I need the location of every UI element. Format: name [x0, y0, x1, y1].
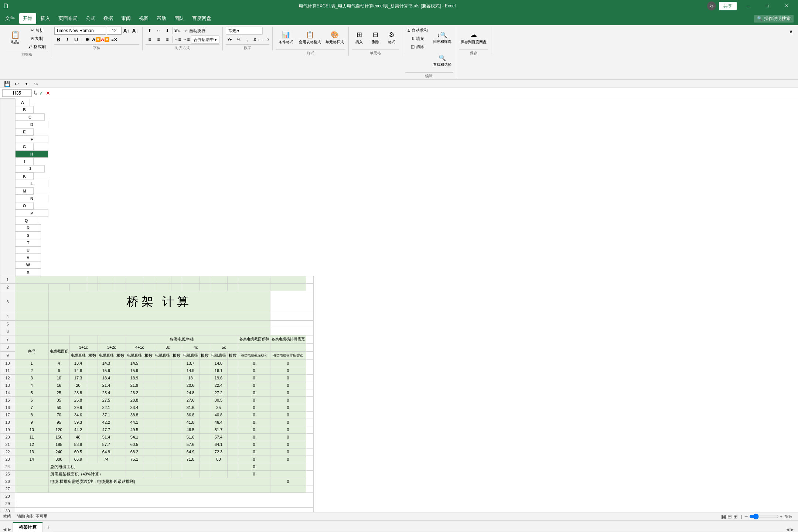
col-header-l[interactable]: L: [15, 180, 48, 187]
cell-o1[interactable]: [238, 276, 270, 283]
menu-insert[interactable]: 插入: [37, 13, 54, 24]
menu-help[interactable]: 帮助: [153, 13, 170, 24]
cell-q10[interactable]: [306, 359, 313, 367]
cell-q4[interactable]: [270, 313, 313, 320]
cell-q1[interactable]: [306, 276, 313, 283]
decrease-indent-button[interactable]: ←≡: [173, 35, 181, 44]
align-bottom-button[interactable]: ⬇: [163, 27, 171, 35]
thousands-button[interactable]: ,: [243, 35, 252, 44]
row-num-15[interactable]: 15: [0, 396, 15, 404]
cell-c2[interactable]: [69, 283, 87, 291]
cell-l2[interactable]: [199, 283, 210, 291]
col-header-b[interactable]: B: [15, 106, 34, 113]
clear-button[interactable]: ◫ 清除: [405, 43, 430, 50]
undo-button[interactable]: ↩: [13, 80, 21, 88]
cell-d2[interactable]: [87, 283, 98, 291]
row-num-24[interactable]: 24: [0, 463, 15, 470]
format-table-button[interactable]: 📋 套用表格格式: [297, 27, 323, 49]
scroll-right-tab-button[interactable]: ▶: [8, 527, 11, 532]
row-num-16[interactable]: 16: [0, 404, 15, 411]
col-header-f[interactable]: F: [15, 136, 48, 143]
cell-i1[interactable]: [154, 276, 171, 283]
cell-m1[interactable]: [210, 276, 227, 283]
row-num-3[interactable]: 3: [0, 291, 15, 313]
cell-sum-1[interactable]: 0: [238, 359, 270, 367]
number-format-dropdown[interactable]: 常规 ▾: [226, 27, 263, 35]
col-header-e[interactable]: E: [15, 128, 34, 136]
format-cells-button[interactable]: ⚙ 格式: [384, 27, 399, 49]
row-num-2[interactable]: 2: [0, 283, 15, 291]
cell-n1[interactable]: [227, 276, 238, 283]
row-num-4[interactable]: 4: [0, 313, 15, 320]
formula-cancel-icon[interactable]: ✕: [46, 90, 50, 96]
menu-review[interactable]: 审阅: [117, 13, 134, 24]
cell-d3-1[interactable]: 14.5: [126, 359, 143, 367]
merge-center-button[interactable]: 合并后居中 ▾: [191, 35, 219, 44]
cell-d5-1[interactable]: 13.7: [182, 359, 199, 367]
row-num-9[interactable]: 9: [0, 351, 15, 359]
row-num-6[interactable]: 6: [0, 328, 15, 335]
cell-f1[interactable]: [115, 276, 126, 283]
italic-button[interactable]: I: [63, 35, 71, 44]
ribbon-collapse-button[interactable]: ∧: [787, 27, 795, 35]
add-sheet-button[interactable]: +: [44, 522, 53, 532]
row-num-7[interactable]: 7: [0, 335, 15, 343]
col-header-x[interactable]: X: [15, 269, 41, 276]
font-color-button[interactable]: A🔽: [101, 35, 109, 44]
menu-home[interactable]: 开始: [19, 13, 36, 24]
text-direction-button[interactable]: ab↓: [173, 27, 181, 35]
cell-d4-1[interactable]: [154, 359, 171, 367]
zoom-slider[interactable]: [749, 514, 779, 519]
cell-o2[interactable]: [238, 283, 270, 291]
col-header-g[interactable]: G: [15, 143, 34, 150]
cell-n6-1[interactable]: [227, 359, 238, 367]
cell-q6[interactable]: [270, 328, 313, 335]
row-num-18[interactable]: 18: [0, 419, 15, 426]
col-header-h[interactable]: H: [15, 150, 48, 158]
cell-q3[interactable]: [270, 291, 313, 313]
menu-page-layout[interactable]: 页面布局: [55, 13, 81, 24]
formula-check-icon[interactable]: ✓: [39, 90, 44, 96]
row-num-23[interactable]: 23: [0, 456, 15, 463]
cell-width-1[interactable]: 0: [270, 359, 306, 367]
cell-a1[interactable]: [15, 276, 87, 283]
clear-all-button[interactable]: ≡✕: [110, 35, 118, 44]
cell-a2[interactable]: [15, 283, 49, 291]
col-header-a[interactable]: A: [15, 99, 30, 106]
cell-p2[interactable]: [270, 283, 306, 291]
col-header-t[interactable]: T: [15, 239, 41, 246]
align-left-button[interactable]: ≡: [146, 35, 154, 44]
formula-input[interactable]: [52, 91, 796, 96]
cell-f2[interactable]: [115, 283, 126, 291]
close-button[interactable]: ✕: [778, 0, 795, 12]
increase-decimal-button[interactable]: .0→: [252, 35, 260, 44]
align-middle-button[interactable]: ↔: [154, 27, 163, 35]
search-box[interactable]: 🔍 操作说明搜索: [754, 15, 794, 23]
cell-q8[interactable]: [306, 343, 313, 351]
save-baidu-button[interactable]: ☁ 保存到百度网盘: [459, 27, 488, 49]
maximize-button[interactable]: □: [759, 0, 776, 12]
row-num-22[interactable]: 22: [0, 448, 15, 456]
row-num-11[interactable]: 11: [0, 367, 15, 374]
cell-q5[interactable]: [270, 320, 313, 328]
cell-n4-1[interactable]: [171, 359, 182, 367]
copy-button[interactable]: ⎘复制: [26, 35, 48, 42]
cell-reference-box[interactable]: [2, 89, 32, 97]
horizontal-scroll-right[interactable]: ▶: [791, 527, 794, 532]
col-header-n[interactable]: N: [15, 195, 48, 202]
row-num-19[interactable]: 19: [0, 426, 15, 433]
font-size-decrease-button[interactable]: A↓: [131, 27, 139, 35]
row-num-8[interactable]: 8: [0, 343, 15, 351]
bold-button[interactable]: B: [54, 35, 62, 44]
cell-b7[interactable]: [48, 335, 69, 343]
view-page-break-icon[interactable]: ⊞: [733, 514, 738, 519]
row-num-27[interactable]: 27: [0, 485, 15, 492]
cell-b5[interactable]: [48, 320, 270, 328]
cell-p1[interactable]: [270, 276, 306, 283]
underline-button[interactable]: U: [72, 35, 80, 44]
cell-seq-1[interactable]: 1: [15, 359, 49, 367]
font-size-input[interactable]: [107, 27, 122, 35]
cell-a4[interactable]: [15, 313, 49, 320]
menu-file[interactable]: 文件: [1, 13, 18, 24]
cell-a7[interactable]: [15, 335, 49, 343]
